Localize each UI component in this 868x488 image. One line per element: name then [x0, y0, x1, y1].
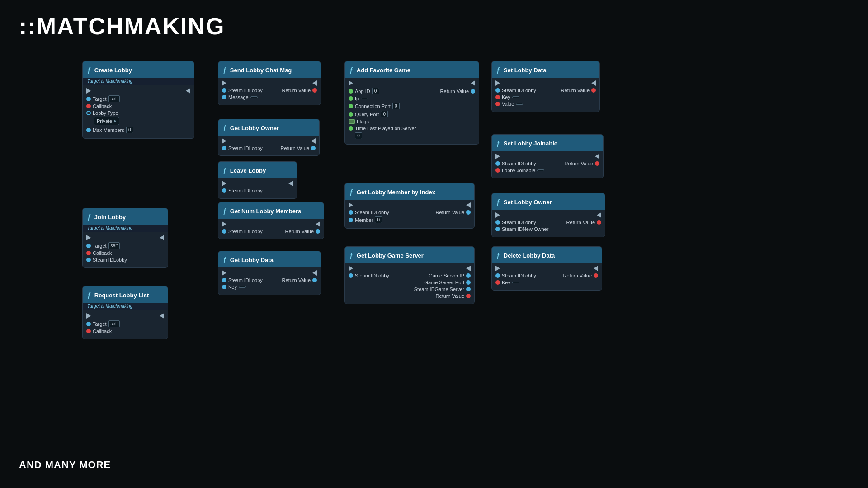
steam-id-game-label: Steam IDGame Server: [414, 286, 464, 292]
new-owner-dot: [495, 227, 500, 231]
return-dot: [597, 220, 601, 225]
node-get-lobby-data-body: Steam IDLobby Return Value Key: [218, 267, 321, 295]
return-right: Return Value: [563, 273, 598, 278]
lobby-type-row: Lobby Type: [86, 110, 190, 116]
value-dot: [495, 102, 500, 106]
exec-out: [288, 181, 293, 186]
steam-id-left: Steam IDLobby: [349, 210, 389, 215]
exec-row: [349, 266, 471, 271]
exec-in: [86, 235, 91, 240]
exec-out: [312, 80, 317, 86]
node-set-lobby-data: ƒ Set Lobby Data Steam IDLobby Return Va…: [491, 61, 600, 112]
exec-row: [86, 313, 164, 319]
node-request-lobby-body: Target self Callback: [83, 310, 168, 339]
member-val: 0: [375, 216, 382, 223]
return-label: Return Value: [436, 293, 464, 299]
node-send-chat-title: Send Lobby Chat Msg: [230, 67, 292, 74]
node-get-lobby-member: ƒ Get Lobby Member by Index Steam IDLobb…: [344, 183, 475, 229]
lobby-type-dot: [86, 111, 91, 115]
key-row: Key: [495, 94, 596, 100]
node-set-lobby-owner: ƒ Set Lobby Owner Steam IDLobby Return V…: [491, 193, 605, 237]
target-label: Target: [93, 96, 107, 102]
node-add-fav-title: Add Favorite Game: [357, 67, 410, 74]
exec-row: [495, 212, 601, 218]
node-send-chat-body: Steam IDLobby Return Value Message: [218, 78, 321, 105]
target-dot: [86, 244, 91, 248]
member-dot: [349, 218, 353, 222]
f-icon: ƒ: [496, 252, 500, 259]
steam-id-left: Steam IDLobby: [349, 273, 389, 278]
time-label: Time Last Played on Server: [355, 126, 416, 131]
game-server-ip-right: Game Server IP: [429, 273, 471, 278]
key-label: Key: [502, 94, 510, 100]
exec-row: [495, 266, 598, 271]
node-leave-body: Steam IDLobby: [218, 178, 297, 198]
query-port-row: Query Port 0: [349, 111, 475, 117]
lobby-type-dropdown[interactable]: Private: [94, 117, 119, 125]
steam-id-row: Steam IDLobby Return Value: [349, 210, 471, 215]
key-box: [512, 96, 519, 98]
flags-row: Flags: [349, 119, 475, 124]
time-dot: [349, 126, 353, 131]
target-label: Target: [93, 243, 107, 249]
app-id-val: 0: [372, 88, 379, 94]
node-join-lobby: ƒ Join Lobby Target is Matchmaking Targe…: [82, 208, 168, 268]
return-label: Return Value: [282, 277, 311, 283]
key-dot: [495, 280, 500, 285]
ip-label: Ip: [355, 96, 359, 101]
return-right: Return Value: [566, 220, 601, 225]
app-id-label: App ID: [355, 89, 370, 94]
steam-id-label: Steam IDLobby: [502, 88, 536, 93]
return-dot: [594, 273, 598, 278]
node-leave-lobby: ƒ Leave Lobby Steam IDLobby: [218, 161, 297, 199]
exec-out: [597, 212, 601, 218]
steam-id-left: Steam IDLobby: [222, 88, 263, 93]
app-id-dot: [349, 89, 353, 94]
node-send-chat-header: ƒ Send Lobby Chat Msg: [218, 61, 321, 78]
node-set-joinable-body: Steam IDLobby Return Value Lobby Joinabl…: [492, 151, 603, 178]
conn-port-dot: [349, 104, 353, 108]
node-get-lobby-game-server: ƒ Get Lobby Game Server Steam IDLobby Ga…: [344, 246, 475, 304]
return-label: Return Value: [440, 89, 469, 94]
exec-out: [316, 221, 320, 227]
node-get-member-header: ƒ Get Lobby Member by Index: [345, 183, 474, 200]
joinable-row: Lobby Joinable: [495, 168, 599, 173]
conn-port-val: 0: [392, 103, 400, 109]
callback-dot: [86, 329, 91, 333]
node-get-owner-body: Steam IDLobby Return Value: [218, 136, 319, 155]
return-right: Return Value: [282, 277, 317, 283]
exec-out: [466, 266, 471, 271]
flags-icon: [349, 119, 355, 124]
exec-in: [222, 221, 226, 227]
node-leave-header: ƒ Leave Lobby: [218, 162, 297, 178]
node-set-owner-title: Set Lobby Owner: [504, 199, 552, 206]
return-dot: [591, 88, 596, 93]
node-get-lobby-owner: ƒ Get Lobby Owner Steam IDLobby Return V…: [218, 119, 320, 156]
message-dot: [222, 95, 226, 99]
dropdown-val: Private: [97, 118, 112, 124]
steam-id-label: Steam IDLobby: [355, 273, 389, 278]
node-get-num-header: ƒ Get Num Lobby Members: [218, 202, 324, 219]
node-leave-title: Leave Lobby: [230, 167, 266, 174]
f-icon: ƒ: [223, 167, 226, 174]
steam-id-label: Steam IDLobby: [502, 161, 536, 166]
steam-id-row: Steam IDLobby Return Value: [495, 220, 601, 225]
exec-row: [222, 270, 317, 276]
exec-out: [311, 138, 316, 144]
return-label: Return Value: [561, 88, 590, 93]
callback-dot: [86, 251, 91, 255]
lobby-type-label: Lobby Type: [93, 110, 118, 116]
app-id-row: App ID 0 Return Value: [349, 88, 475, 94]
exec-in: [495, 212, 500, 218]
return-dot: [312, 278, 317, 282]
target-row: Target self: [86, 242, 164, 249]
f-icon: ƒ: [496, 198, 500, 206]
node-set-owner-header: ƒ Set Lobby Owner: [492, 193, 605, 210]
return-label: Return Value: [563, 273, 592, 278]
blueprint-canvas: ƒ Create Lobby Target is Matchmaking Tar…: [19, 56, 849, 452]
node-create-lobby-subtitle: Target is Matchmaking: [83, 78, 194, 85]
new-owner-label: Steam IDNew Owner: [502, 226, 548, 232]
and-many-more-label: AND MANY MORE: [19, 459, 111, 471]
steam-id-row: Steam IDLobby: [222, 188, 293, 193]
node-get-num-title: Get Num Lobby Members: [230, 208, 301, 215]
